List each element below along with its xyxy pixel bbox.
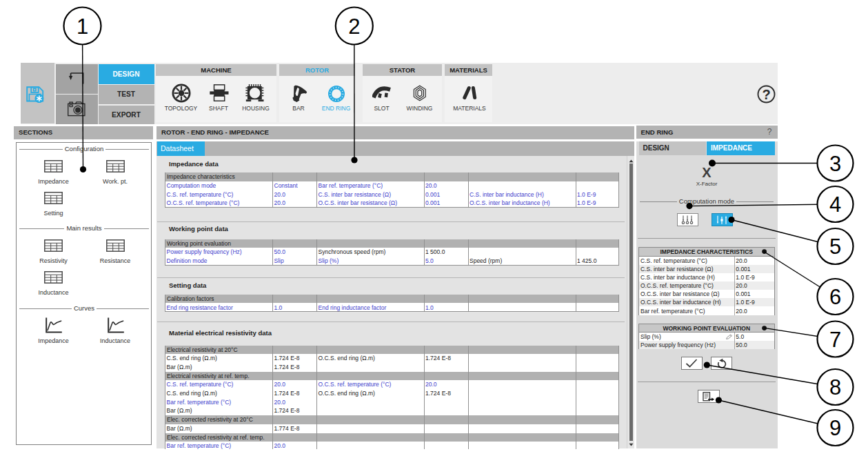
svg-text:3: 3: [829, 152, 841, 176]
svg-text:9: 9: [829, 416, 841, 440]
svg-text:1: 1: [77, 14, 88, 39]
svg-text:8: 8: [829, 375, 841, 399]
svg-text:5: 5: [829, 235, 841, 259]
svg-text:7: 7: [829, 328, 841, 352]
svg-text:4: 4: [829, 192, 841, 217]
svg-text:2: 2: [348, 14, 360, 39]
svg-text:X: X: [702, 165, 711, 178]
svg-text:6: 6: [829, 285, 841, 309]
svg-text:?: ?: [762, 86, 770, 101]
